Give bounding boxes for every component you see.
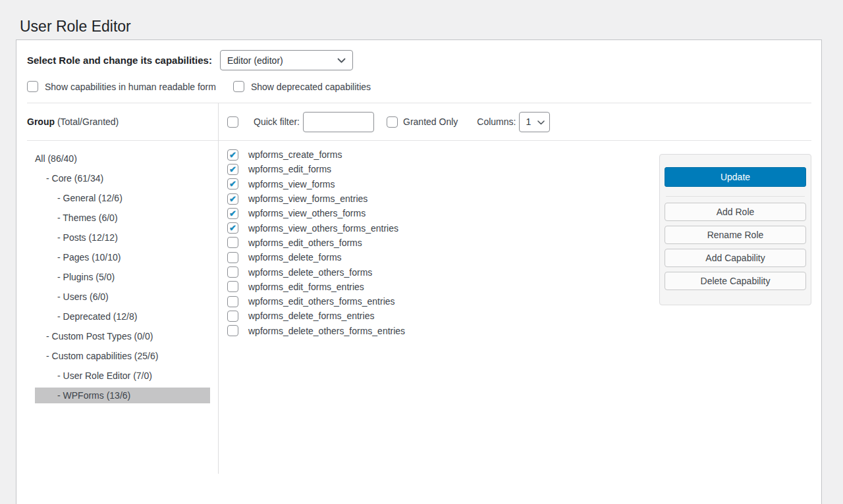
- capability-label: wpforms_delete_others_forms_entries: [248, 326, 405, 336]
- group-tree-item-label: - Plugins (5/0): [57, 272, 115, 282]
- role-select-value: Editor (editor): [227, 55, 283, 66]
- show-deprecated-checkbox[interactable]: [233, 81, 244, 92]
- capability-label: wpforms_view_others_forms_entries: [248, 223, 398, 234]
- capability-checkbox[interactable]: [227, 311, 238, 322]
- columns-select-value: 1: [526, 116, 531, 127]
- quick-filter-label: Quick filter:: [254, 116, 300, 127]
- human-readable-checkbox[interactable]: [27, 81, 38, 92]
- delete-capability-button[interactable]: Delete Capability: [665, 272, 806, 290]
- group-tree-item-label: - Custom Post Types (0/0): [46, 331, 153, 341]
- actions-panel: Update Add Role Rename Role Add Capabili…: [659, 154, 811, 305]
- chevron-down-icon: [337, 58, 346, 63]
- group-tree-item-label: - User Role Editor (7/0): [57, 370, 152, 381]
- rename-role-button[interactable]: Rename Role: [665, 226, 806, 244]
- update-button[interactable]: Update: [665, 167, 806, 187]
- chevron-down-icon: [537, 116, 545, 127]
- group-tree-item[interactable]: - Users (6/0): [35, 289, 210, 305]
- group-tree-item[interactable]: - Custom Post Types (0/0): [35, 328, 210, 344]
- add-role-button[interactable]: Add Role: [665, 203, 806, 221]
- quick-filter-input[interactable]: [303, 112, 374, 132]
- role-selector-row: Select Role and change its capabilities:…: [27, 50, 811, 70]
- panel-divider: [666, 196, 805, 197]
- capability-row: wpforms_delete_forms_entries: [227, 309, 821, 323]
- user-role-editor-panel: Select Role and change its capabilities:…: [16, 39, 822, 504]
- capability-checkbox[interactable]: [227, 208, 238, 219]
- capability-label: wpforms_edit_others_forms: [248, 238, 362, 248]
- group-tree-item[interactable]: All (86/40): [35, 151, 210, 166]
- role-selector-label: Select Role and change its capabilities:: [27, 55, 212, 66]
- capability-row: wpforms_delete_others_forms_entries: [227, 324, 821, 338]
- capability-checkbox[interactable]: [227, 222, 238, 234]
- capability-label: wpforms_create_forms: [248, 149, 342, 160]
- capability-checkbox[interactable]: [227, 193, 238, 205]
- capability-checkbox[interactable]: [227, 237, 238, 248]
- group-tree-item-label: - WPForms (13/6): [57, 390, 130, 401]
- human-readable-label: Show capabilities in human readable form: [45, 82, 216, 92]
- display-options-row: Show capabilities in human readable form…: [27, 81, 811, 103]
- group-tree-item-label: - Core (61/34): [46, 173, 103, 184]
- show-deprecated-label: Show deprecated capabilities: [251, 82, 371, 92]
- capabilities-main: Quick filter: Granted Only Columns: 1 wp…: [219, 103, 821, 474]
- group-tree-item-label: - Users (6/0): [57, 291, 109, 302]
- group-tree-item-label: - General (12/6): [57, 193, 122, 203]
- groups-sidebar: Group (Total/Granted) All (86/40) - Core…: [16, 103, 219, 474]
- granted-only-checkbox[interactable]: [387, 116, 398, 128]
- group-tree-item[interactable]: - Custom capabilities (25/6): [35, 348, 210, 364]
- select-all-checkbox[interactable]: [227, 116, 238, 128]
- group-tree-item-label: - Custom capabilities (25/6): [46, 351, 158, 361]
- group-tree-item[interactable]: - Themes (6/0): [35, 210, 210, 226]
- group-tree-item[interactable]: - User Role Editor (7/0): [35, 368, 210, 384]
- group-tree-item[interactable]: - Pages (10/10): [35, 249, 210, 265]
- columns-select[interactable]: 1: [519, 112, 550, 132]
- page-title: User Role Editor: [20, 17, 131, 37]
- group-tree-item-label: - Deprecated (12/8): [57, 311, 137, 322]
- capability-label: wpforms_delete_forms_entries: [248, 311, 374, 321]
- capability-checkbox[interactable]: [227, 325, 238, 336]
- filter-bar: Quick filter: Granted Only Columns: 1: [219, 103, 821, 140]
- capability-label: wpforms_delete_forms: [248, 252, 342, 263]
- group-tree-item[interactable]: - Plugins (5/0): [35, 269, 210, 285]
- capability-label: wpforms_edit_forms: [248, 164, 331, 174]
- groups-header-title: Group: [27, 116, 55, 127]
- group-tree-item[interactable]: - General (12/6): [35, 190, 210, 206]
- capability-label: wpforms_view_forms_entries: [248, 193, 367, 204]
- capability-label: wpforms_edit_forms_entries: [248, 282, 364, 292]
- capability-checkbox[interactable]: [227, 281, 238, 292]
- capability-label: wpforms_view_others_forms: [248, 208, 366, 218]
- capability-checkbox[interactable]: [227, 178, 238, 189]
- group-tree-item[interactable]: - Deprecated (12/8): [35, 309, 210, 324]
- capability-checkbox[interactable]: [227, 164, 238, 175]
- group-tree-item-label: - Posts (12/12): [57, 232, 118, 243]
- group-tree-item-label: All (86/40): [35, 153, 77, 164]
- capability-label: wpforms_delete_others_forms: [248, 267, 372, 278]
- granted-only-label: Granted Only: [403, 116, 458, 127]
- columns-label: Columns:: [477, 116, 516, 127]
- columns-container: Group (Total/Granted) All (86/40) - Core…: [16, 103, 821, 474]
- group-tree-item[interactable]: - Posts (12/12): [35, 230, 210, 245]
- group-tree-item[interactable]: - Core (61/34): [35, 170, 210, 186]
- group-tree-item-label: - Pages (10/10): [57, 252, 121, 263]
- capability-label: wpforms_edit_others_forms_entries: [248, 296, 395, 307]
- group-tree-item-label: - Themes (6/0): [57, 213, 118, 223]
- capability-checkbox[interactable]: [227, 149, 238, 161]
- role-select[interactable]: Editor (editor): [220, 50, 353, 70]
- top-section: Select Role and change its capabilities:…: [16, 40, 821, 103]
- groups-header-subtitle: (Total/Granted): [55, 116, 119, 127]
- add-capability-button[interactable]: Add Capability: [665, 249, 806, 267]
- group-tree: All (86/40) - Core (61/34) - General (12…: [16, 141, 210, 403]
- group-tree-item[interactable]: - WPForms (13/6): [35, 388, 210, 403]
- capability-label: wpforms_view_forms: [248, 179, 335, 189]
- groups-header: Group (Total/Granted): [16, 103, 218, 140]
- capability-checkbox[interactable]: [227, 266, 238, 278]
- capability-checkbox[interactable]: [227, 252, 238, 263]
- capability-checkbox[interactable]: [227, 296, 238, 307]
